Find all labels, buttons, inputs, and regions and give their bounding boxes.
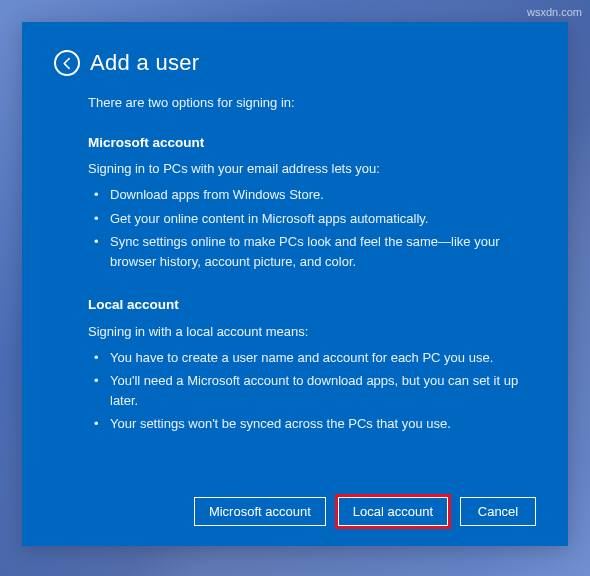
arrow-left-icon: [61, 57, 74, 70]
list-item: You have to create a user name and accou…: [94, 348, 536, 368]
ms-account-heading: Microsoft account: [88, 133, 536, 153]
dialog-header: Add a user: [54, 50, 536, 76]
list-item: Download apps from Windows Store.: [94, 185, 536, 205]
ms-account-text: Signing in to PCs with your email addres…: [88, 160, 536, 179]
local-account-button[interactable]: Local account: [338, 497, 448, 526]
local-account-bullets: You have to create a user name and accou…: [88, 348, 536, 434]
watermark-text: wsxdn.com: [527, 6, 582, 18]
dialog-title: Add a user: [90, 50, 199, 76]
list-item: Sync settings online to make PCs look an…: [94, 232, 536, 271]
list-item: Get your online content in Microsoft app…: [94, 209, 536, 229]
cancel-button[interactable]: Cancel: [460, 497, 536, 526]
button-row: Microsoft account Local account Cancel: [194, 497, 536, 526]
list-item: Your settings won't be synced across the…: [94, 414, 536, 434]
list-item: You'll need a Microsoft account to downl…: [94, 371, 536, 410]
ms-account-bullets: Download apps from Windows Store. Get yo…: [88, 185, 536, 271]
microsoft-account-button[interactable]: Microsoft account: [194, 497, 326, 526]
back-button[interactable]: [54, 50, 80, 76]
local-account-heading: Local account: [88, 295, 536, 315]
dialog-content: There are two options for signing in: Mi…: [54, 94, 536, 434]
intro-text: There are two options for signing in:: [88, 94, 536, 113]
local-account-text: Signing in with a local account means:: [88, 323, 536, 342]
add-user-dialog: Add a user There are two options for sig…: [22, 22, 568, 546]
